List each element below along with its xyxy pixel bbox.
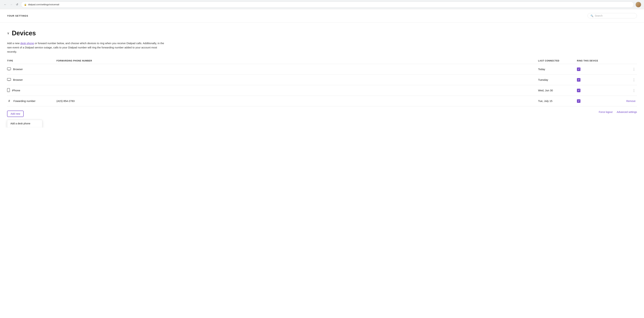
ring-checkbox[interactable]: [577, 99, 580, 103]
table-header: TYPE FORWARDING PHONE NUMBER LAST CONNEC…: [7, 60, 637, 64]
row-action-cell: ⋮: [623, 67, 637, 72]
device-type-cell: Browser: [7, 68, 56, 71]
add-new-button[interactable]: Add new: [7, 111, 24, 117]
desk-phone-link[interactable]: desk phone: [20, 42, 34, 45]
device-type-cell: #Fowarding number: [7, 99, 56, 103]
table-row: iPhoneWed, Jun 30⋮: [7, 85, 637, 96]
browser-icon: [7, 78, 11, 82]
forwarding-number-cell: (415) 854-2783: [56, 100, 538, 103]
col-last-connected: LAST CONNECTED: [538, 60, 577, 62]
address-bar[interactable]: 🔒 dialpad.com/settings/voicemail: [21, 2, 634, 8]
more-options-button[interactable]: ⋮: [631, 88, 637, 93]
phone-icon: [7, 88, 10, 93]
ring-device-cell: [577, 89, 623, 92]
col-forwarding: FORWARDING PHONE NUMBER: [56, 60, 538, 62]
device-name: Browser: [13, 68, 23, 71]
add-desk-phone-item[interactable]: Add a desk phone: [7, 120, 42, 127]
table-row: #Fowarding number(415) 854-2783Tue, July…: [7, 96, 637, 106]
more-options-button[interactable]: ⋮: [631, 78, 637, 82]
top-bar: YOUR SETTINGS 🔍: [0, 9, 644, 23]
ring-device-cell: [577, 99, 623, 103]
browser-icon: [7, 68, 11, 71]
last-connected-cell: Tue, July 15: [538, 100, 577, 103]
search-icon: 🔍: [590, 15, 593, 17]
section-title: Devices: [12, 30, 36, 37]
collapse-chevron[interactable]: ∨: [7, 31, 9, 35]
main-content: ∨ Devices Add a new desk phone or forwar…: [0, 23, 644, 128]
lock-icon: 🔒: [24, 3, 27, 6]
row-action-cell: ⋮: [623, 78, 637, 82]
remove-button[interactable]: Remove: [625, 99, 637, 103]
table-body: BrowserToday⋮BrowserTuesday⋮iPhoneWed, J…: [7, 64, 637, 106]
section-description: Add a new desk phone or forward number b…: [7, 41, 166, 54]
add-forwarding-item[interactable]: Add a forwarding number: [7, 127, 42, 128]
ring-device-cell: [577, 68, 623, 71]
reload-button[interactable]: ↺: [15, 3, 19, 7]
right-actions: Force logout Advanced settings: [599, 111, 637, 113]
svg-point-7: [8, 91, 9, 92]
description-text-before-link: Add a new: [7, 42, 20, 45]
section-header: ∨ Devices: [7, 30, 637, 37]
col-ring-device: RING THIS DEVICE: [577, 60, 623, 62]
forward-button[interactable]: →: [9, 3, 14, 7]
ring-device-cell: [577, 78, 623, 82]
col-type: TYPE: [7, 60, 56, 62]
url-text: dialpad.com/settings/voicemail: [28, 3, 59, 6]
browser-chrome: ← → ↺ 🔒 dialpad.com/settings/voicemail: [0, 0, 644, 9]
search-input[interactable]: [595, 14, 634, 17]
row-action-cell: ⋮: [623, 88, 637, 93]
device-name: Fowarding number: [14, 100, 36, 103]
more-options-button[interactable]: ⋮: [631, 67, 637, 72]
device-type-cell: iPhone: [7, 88, 56, 93]
svg-rect-3: [7, 78, 11, 81]
add-new-dropdown: Add a desk phone Add a forwarding number: [7, 120, 42, 128]
back-button[interactable]: ←: [3, 3, 8, 7]
ring-checkbox[interactable]: [577, 89, 580, 92]
device-name: Browser: [13, 78, 23, 81]
last-connected-cell: Wed, Jun 30: [538, 89, 577, 92]
advanced-settings-button[interactable]: Advanced settings: [617, 111, 637, 113]
add-new-container: Add new Add a desk phone Add a forwardin…: [7, 111, 24, 117]
last-connected-cell: Today: [538, 68, 577, 71]
search-box[interactable]: 🔍: [588, 13, 637, 18]
col-actions: [623, 60, 637, 62]
page-title: YOUR SETTINGS: [7, 15, 28, 17]
force-logout-button[interactable]: Force logout: [599, 111, 612, 113]
bottom-actions: Add new Add a desk phone Add a forwardin…: [7, 111, 637, 117]
table-row: BrowserTuesday⋮: [7, 75, 637, 85]
user-avatar[interactable]: [636, 2, 641, 8]
row-action-cell: Remove: [623, 99, 637, 103]
ring-checkbox[interactable]: [577, 68, 580, 71]
ring-checkbox[interactable]: [577, 78, 580, 82]
svg-rect-0: [7, 68, 11, 70]
forwarding-icon: #: [7, 99, 11, 103]
table-row: BrowserToday⋮: [7, 64, 637, 75]
nav-buttons: ← → ↺: [3, 3, 19, 7]
last-connected-cell: Tuesday: [538, 78, 577, 81]
device-name: iPhone: [12, 89, 20, 92]
device-type-cell: Browser: [7, 78, 56, 82]
